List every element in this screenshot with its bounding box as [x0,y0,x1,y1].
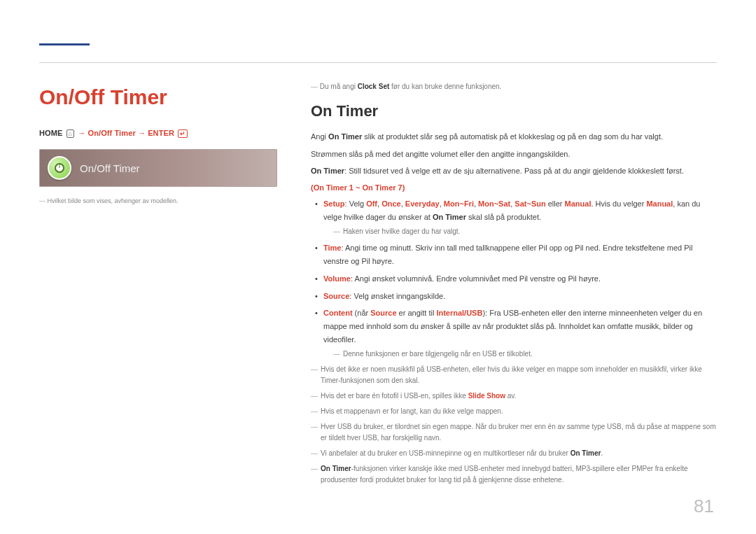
breadcrumb-arrow: → [78,129,88,137]
header-bar [39,24,717,41]
bullet-list: Setup: Velg Off, Once, Everyday, Mon~Fri… [311,197,717,360]
list-item: Volume: Angi ønsket volumnivå. Endre vol… [314,272,717,286]
left-footnote: Hvilket bilde som vises, avhenger av mod… [39,197,277,206]
list-item: Time: Angi time og minutt. Skriv inn tal… [314,241,717,267]
tail-note: On Timer-funksjonen virker kanskje ikke … [311,463,717,486]
group-label: (On Timer 1 ~ On Timer 7) [311,183,717,192]
top-note: Du må angi Clock Set før du kan bruke de… [311,81,717,92]
menu-tile-label: On/Off Timer [80,162,140,174]
tail-note: Hvis det er bare én fotofil i USB-en, sp… [311,391,717,402]
intro-line: Strømmen slås på med det angitte volumet… [311,148,717,161]
header-rule [39,62,717,63]
section-heading: On Timer [311,102,717,120]
header-accent [39,43,90,45]
enter-icon: ↵ [178,129,188,138]
page-number: 81 [694,496,714,517]
list-item: Content (når Source er angitt til Intern… [314,307,717,360]
tail-note: Hvis et mappenavn er for langt, kan du i… [311,406,717,417]
breadcrumb-enter: ENTER [148,129,174,137]
timer-icon [48,156,71,180]
sub-note: Haken viser hvilke dager du har valgt. [323,226,717,237]
intro-line: On Timer: Still tidsuret ved å velge ett… [311,164,717,178]
tail-note: Vi anbefaler at du bruker en USB-minnepi… [311,448,717,459]
breadcrumb-path: On/Off Timer [88,129,136,137]
page-title: On/Off Timer [39,85,277,109]
tail-note: Hvis det ikke er noen musikkfil på USB-e… [311,364,717,386]
home-icon: ⌂ [66,129,75,138]
sub-note: Denne funksjonen er bare tilgjengelig nå… [323,349,717,360]
document-page: On/Off Timer HOME ⌂ → On/Off Timer → ENT… [0,0,756,518]
tail-note: Hver USB du bruker, er tilordnet sin ege… [311,421,717,444]
list-item: Source: Velg ønsket inngangskilde. [314,290,717,303]
menu-preview-tile: On/Off Timer [39,149,277,187]
breadcrumb-arrow: → [138,129,148,137]
intro-block: Angi On Timer slik at produktet slår seg… [311,130,717,178]
right-column: Du må angi Clock Set før du kan bruke de… [311,81,717,490]
breadcrumb-home: HOME [39,129,62,137]
breadcrumb: HOME ⌂ → On/Off Timer → ENTER ↵ [39,129,277,138]
intro-line: Angi On Timer slik at produktet slår seg… [311,130,717,143]
left-column: On/Off Timer HOME ⌂ → On/Off Timer → ENT… [39,81,277,490]
list-item: Setup: Velg Off, Once, Everyday, Mon~Fri… [314,197,717,237]
